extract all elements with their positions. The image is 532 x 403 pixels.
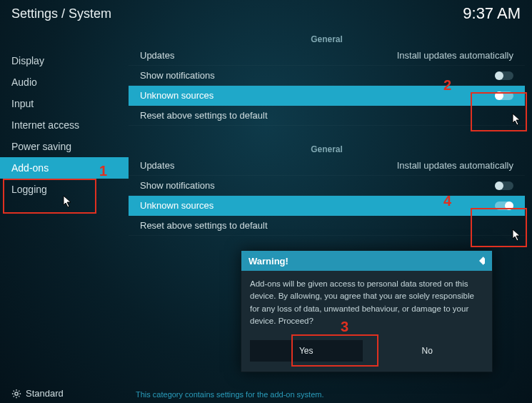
toggle-unknown-sources-2[interactable] bbox=[495, 201, 513, 210]
dialog-header: Warning! bbox=[241, 251, 492, 271]
toggle-show-notifications-2[interactable] bbox=[495, 181, 513, 190]
breadcrumb: Settings / System bbox=[11, 6, 111, 21]
settings-level[interactable]: Standard bbox=[11, 388, 64, 399]
row-unknown-sources-1[interactable]: Unknown sources bbox=[129, 86, 525, 106]
toggle-show-notifications-1[interactable] bbox=[495, 71, 513, 80]
row-label: Show notifications bbox=[140, 180, 215, 191]
row-value: Install updates automatically bbox=[397, 160, 513, 171]
svg-point-1 bbox=[15, 392, 18, 394]
sidebar-item-label: Internet access bbox=[11, 119, 79, 131]
sidebar-item-label: Logging bbox=[11, 184, 47, 195]
sidebar-item-logging[interactable]: Logging bbox=[0, 179, 129, 200]
dialog-buttons: Yes No bbox=[241, 334, 492, 372]
toggle-knob bbox=[495, 91, 503, 100]
row-label: Unknown sources bbox=[140, 200, 214, 211]
row-label: Reset above settings to default bbox=[140, 220, 268, 231]
sidebar-item-audio[interactable]: Audio bbox=[0, 71, 129, 93]
row-updates-1[interactable]: Updates Install updates automatically bbox=[129, 46, 525, 66]
sidebar-item-label: Display bbox=[11, 55, 44, 66]
row-label: Show notifications bbox=[140, 70, 215, 81]
section-header-general-2: General bbox=[129, 140, 525, 156]
sidebar-item-add-ons[interactable]: Add-ons bbox=[0, 157, 129, 179]
clock: 9:37 AM bbox=[463, 4, 521, 23]
sidebar-item-internet-access[interactable]: Internet access bbox=[0, 114, 129, 136]
row-label: Updates bbox=[140, 50, 174, 61]
row-value: Install updates automatically bbox=[397, 50, 513, 61]
sidebar-item-label: Input bbox=[11, 98, 34, 109]
toggle-knob bbox=[495, 181, 503, 190]
sidebar-item-power-saving[interactable]: Power saving bbox=[0, 136, 129, 157]
toggle-unknown-sources-1[interactable] bbox=[495, 91, 513, 100]
header: Settings / System 9:37 AM bbox=[0, 0, 532, 30]
row-show-notifications-1[interactable]: Show notifications bbox=[129, 66, 525, 86]
dialog-title: Warning! bbox=[249, 256, 288, 267]
kodi-logo-icon bbox=[473, 255, 485, 267]
row-reset-2[interactable]: Reset above settings to default bbox=[129, 216, 525, 236]
dialog-body: Add-ons will be given access to personal… bbox=[241, 271, 492, 334]
sidebar-item-label: Add-ons bbox=[11, 162, 49, 174]
row-label: Reset above settings to default bbox=[140, 110, 268, 121]
row-reset-1[interactable]: Reset above settings to default bbox=[129, 106, 525, 126]
row-unknown-sources-2[interactable]: Unknown sources bbox=[129, 196, 525, 216]
row-show-notifications-2[interactable]: Show notifications bbox=[129, 176, 525, 196]
sidebar-item-label: Power saving bbox=[11, 141, 71, 152]
sidebar-item-label: Audio bbox=[11, 76, 37, 88]
footer-hint: This category contains settings for the … bbox=[136, 390, 324, 399]
sidebar: Display Audio Input Internet access Powe… bbox=[0, 30, 129, 387]
warning-dialog: Warning! Add-ons will be given access to… bbox=[241, 250, 493, 372]
row-updates-2[interactable]: Updates Install updates automatically bbox=[129, 156, 525, 176]
svg-rect-0 bbox=[479, 257, 485, 264]
row-label: Updates bbox=[140, 160, 174, 171]
gear-icon bbox=[11, 389, 21, 399]
toggle-knob bbox=[495, 71, 503, 80]
sidebar-item-input[interactable]: Input bbox=[0, 93, 129, 114]
settings-level-label: Standard bbox=[26, 388, 64, 399]
section-header-general-1: General bbox=[129, 30, 525, 46]
toggle-knob bbox=[505, 201, 513, 210]
row-label: Unknown sources bbox=[140, 90, 214, 101]
no-button[interactable]: No bbox=[371, 340, 484, 362]
sidebar-item-display[interactable]: Display bbox=[0, 50, 129, 71]
yes-button[interactable]: Yes bbox=[250, 340, 363, 362]
